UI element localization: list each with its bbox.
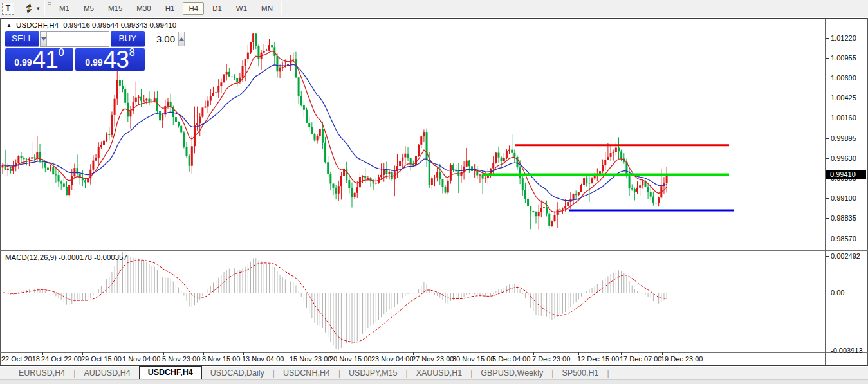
price-axis-label: 0.98570 xyxy=(831,235,856,242)
ohlc-values: 0.99416 0.99544 0.99343 0.99410 xyxy=(63,21,176,29)
time-axis-label: 27 Nov 23:00 xyxy=(412,355,454,363)
chart-tab-usdcad[interactable]: USDCAD,Daily xyxy=(202,367,273,379)
price-axis-tick xyxy=(826,218,829,219)
buy-price-big: 43 xyxy=(104,50,129,69)
triangle-down-icon xyxy=(41,37,46,41)
macd-axis-tick xyxy=(826,293,829,293)
volume-stepper xyxy=(40,31,109,47)
symbol-period-label: USDCHF,H4 xyxy=(16,21,59,29)
time-axis-label: 24 Oct 22:00 xyxy=(41,355,82,363)
sell-price-pip: 0 xyxy=(59,47,64,59)
volume-decrease-button[interactable] xyxy=(41,32,47,46)
time-axis-label: 5 Dec 04:00 xyxy=(492,355,530,363)
macd-axis-label: 0.002492 xyxy=(831,252,860,260)
macd-pane xyxy=(3,252,667,349)
price-axis-tick xyxy=(826,118,829,118)
price-axis-label: 1.01220 xyxy=(831,34,856,42)
sell-price-big: 41 xyxy=(33,50,58,69)
price-axis-tick xyxy=(826,98,829,98)
macd-axis-tick xyxy=(826,256,829,257)
macd-axis-label: -0.003913 xyxy=(831,347,863,354)
price-axis-label: 1.00955 xyxy=(831,54,856,62)
chart-tab-xauusd[interactable]: XAUUSD,H1 xyxy=(408,367,471,379)
time-axis-label: 19 Dec 23:00 xyxy=(661,355,703,363)
chart-tab-sp500[interactable]: SP500,H1 xyxy=(553,367,607,379)
collapse-panel-icon[interactable]: ▲ xyxy=(6,23,12,28)
sell-price-button[interactable]: 0.99 41 0 xyxy=(5,48,73,71)
buy-price-prefix: 0.99 xyxy=(85,57,102,68)
buy-price-pip: 8 xyxy=(129,47,135,59)
time-axis-label: 23 Nov 04:00 xyxy=(371,355,413,363)
macd-axis-tick xyxy=(826,351,829,351)
buy-button[interactable]: BUY xyxy=(111,31,145,47)
price-axis-tick xyxy=(826,78,829,78)
one-click-trading-panel: SELL BUY 0.99 41 0 0.99 43 8 xyxy=(5,31,145,71)
chart-tab-usdjpy[interactable]: USDJPY,M15 xyxy=(340,367,406,379)
price-axis-tick xyxy=(826,198,829,199)
time-axis-label: 30 Nov 15:00 xyxy=(452,355,494,363)
time-axis-label: 29 Oct 15:00 xyxy=(81,355,122,363)
price-axis-tick xyxy=(826,239,829,239)
time-axis-label: 17 Dec 07:00 xyxy=(620,355,661,363)
price-axis-tick xyxy=(826,158,829,159)
pane-separator-highlight xyxy=(0,251,868,251)
time-axis-label: 7 Dec 23:00 xyxy=(532,355,570,363)
price-axis-label: 1.00160 xyxy=(831,114,856,122)
price-axis-label: 1.00690 xyxy=(831,74,856,82)
price-axis-tick xyxy=(826,38,829,39)
chart-window-bottom-border xyxy=(0,365,868,366)
triangle-up-icon xyxy=(179,37,184,41)
chart-tab-eurusd[interactable]: EURUSD,H4 xyxy=(10,367,73,379)
time-axis-label: 12 Dec 15:00 xyxy=(577,355,619,363)
sell-price-prefix: 0.99 xyxy=(14,57,32,68)
macd-axis-label: 0.00 xyxy=(831,289,844,297)
macd-indicator-label: MACD(12,26,9) -0.000178 -0.000357 xyxy=(5,253,127,261)
time-axis-label: 8 Nov 15:00 xyxy=(202,355,240,363)
price-axis-label: 0.99895 xyxy=(831,134,856,142)
current-price-tag: 0.99410 xyxy=(826,170,866,179)
chart-tab-gbpusd[interactable]: GBPUSD,Weekly xyxy=(472,367,551,379)
sell-button[interactable]: SELL xyxy=(5,31,39,47)
price-axis-label: 0.98835 xyxy=(831,214,856,222)
chart-tab-usdchf[interactable]: USDCHF,H4 xyxy=(139,366,202,379)
chart-title: ▲ USDCHF,H4 0.99416 0.99544 0.99343 0.99… xyxy=(6,21,176,29)
tab-separator: | xyxy=(607,369,609,379)
time-axis-label: 5 Nov 23:00 xyxy=(162,355,200,363)
time-axis-label: 22 Oct 2018 xyxy=(1,355,40,363)
volume-increase-button[interactable] xyxy=(178,32,185,46)
buy-price-button[interactable]: 0.99 43 8 xyxy=(75,48,145,71)
status-strip xyxy=(0,379,868,384)
price-axis-label: 0.99630 xyxy=(831,154,856,162)
time-axis-label: 13 Nov 04:00 xyxy=(242,355,284,363)
price-axis-border xyxy=(825,19,826,365)
time-axis-label: 15 Nov 23:00 xyxy=(290,355,331,363)
terminal-window: T ▾ M1M5M15M30H1H4D1W1MN ▲ USDCHF,H4 0.9… xyxy=(0,0,868,384)
time-axis-label: 1 Nov 04:00 xyxy=(122,355,160,363)
price-axis-label: 1.00425 xyxy=(831,94,856,102)
price-axis-label: 0.99100 xyxy=(831,194,856,202)
price-axis-tick xyxy=(826,138,829,139)
chart-tab-usdcnh[interactable]: USDCNH,H4 xyxy=(275,367,338,379)
price-axis-tick xyxy=(826,58,829,59)
chart-tab-audusd[interactable]: AUDUSD,H4 xyxy=(75,367,138,379)
time-axis-border xyxy=(0,352,868,353)
time-axis-label: 20 Nov 15:00 xyxy=(329,355,371,363)
chart-tab-bar: EURUSD,H4|AUDUSD,H4USDCHF,H4USDCAD,Daily… xyxy=(0,367,868,379)
